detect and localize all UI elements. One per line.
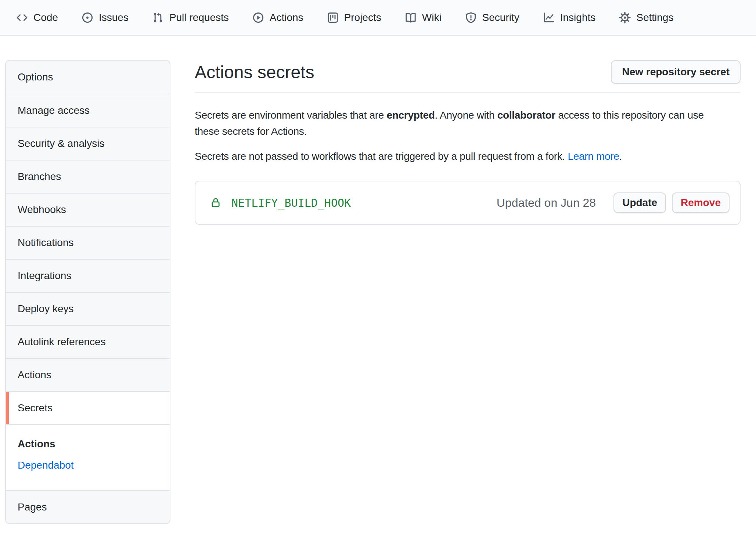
- shield-icon: [465, 12, 477, 24]
- sidebar-item-secrets[interactable]: Secrets: [6, 391, 170, 424]
- tab-projects[interactable]: Projects: [327, 12, 381, 24]
- tab-insights[interactable]: Insights: [543, 12, 596, 24]
- description-text: these secrets for Actions.: [195, 126, 307, 137]
- graph-icon: [543, 12, 555, 24]
- code-icon: [16, 12, 28, 24]
- sidebar-item-branches[interactable]: Branches: [6, 160, 170, 193]
- tab-security[interactable]: Security: [465, 12, 519, 24]
- subhead: Actions secrets New repository secret: [195, 60, 741, 93]
- new-repository-secret-button[interactable]: New repository secret: [611, 60, 741, 84]
- tab-label: Pull requests: [169, 12, 229, 24]
- fork-note-text: Secrets are not passed to workflows that…: [195, 151, 568, 162]
- description-text: access to this repository can use: [555, 109, 704, 121]
- git-pull-request-icon: [152, 12, 164, 24]
- fork-note-text: .: [619, 151, 622, 162]
- sidebar-item-autolink-references[interactable]: Autolink references: [6, 325, 170, 358]
- tab-label: Wiki: [422, 12, 442, 24]
- actions-secrets-pane: Actions secrets New repository secret Se…: [195, 60, 741, 225]
- sidebar-item-notifications[interactable]: Notifications: [6, 226, 170, 259]
- remove-secret-button[interactable]: Remove: [672, 192, 730, 213]
- description-text: Secrets are environment variables that a…: [195, 109, 386, 121]
- sidebar-item-pages[interactable]: Pages: [6, 490, 170, 523]
- learn-more-link[interactable]: Learn more: [568, 151, 619, 162]
- repo-tab-bar: Code Issues Pull requests Actions: [0, 0, 756, 36]
- update-secret-button[interactable]: Update: [613, 192, 666, 213]
- tab-issues[interactable]: Issues: [82, 12, 129, 24]
- sidebar-item-security-analysis[interactable]: Security & analysis: [6, 127, 170, 160]
- description-text: . Anyone with: [435, 109, 497, 121]
- sidebar-item-deploy-keys[interactable]: Deploy keys: [6, 292, 170, 325]
- sidebar-item-options[interactable]: Options: [6, 61, 170, 94]
- tab-label: Settings: [636, 12, 673, 24]
- secrets-subsection: Actions Dependabot: [6, 424, 170, 490]
- tab-label: Projects: [344, 12, 381, 24]
- sidebar-item-actions[interactable]: Actions: [6, 358, 170, 391]
- tab-label: Insights: [560, 12, 596, 24]
- tab-settings[interactable]: Settings: [619, 12, 673, 24]
- secret-row: NETLIFY_BUILD_HOOK Updated on Jun 28 Upd…: [195, 181, 740, 224]
- tab-label: Security: [482, 12, 519, 24]
- secrets-list: NETLIFY_BUILD_HOOK Updated on Jun 28 Upd…: [195, 181, 741, 225]
- tab-code[interactable]: Code: [16, 12, 58, 24]
- tab-label: Code: [33, 12, 58, 24]
- lock-icon: [210, 197, 221, 208]
- sidebar-item-manage-access[interactable]: Manage access: [6, 94, 170, 127]
- page-title: Actions secrets: [195, 62, 314, 82]
- issue-opened-icon: [82, 12, 93, 24]
- sidebar-item-webhooks[interactable]: Webhooks: [6, 193, 170, 226]
- tab-label: Issues: [99, 12, 129, 24]
- description-bold-encrypted: encrypted: [386, 109, 435, 121]
- sidebar-link-dependabot[interactable]: Dependabot: [18, 459, 74, 471]
- secret-name: NETLIFY_BUILD_HOOK: [231, 196, 351, 209]
- secrets-description: Secrets are environment variables that a…: [195, 107, 741, 140]
- project-icon: [327, 12, 339, 24]
- fork-note: Secrets are not passed to workflows that…: [195, 148, 741, 165]
- sidebar-item-integrations[interactable]: Integrations: [6, 259, 170, 292]
- tab-wiki[interactable]: Wiki: [405, 12, 442, 24]
- book-icon: [405, 12, 417, 24]
- gear-icon: [619, 12, 631, 24]
- description-bold-collaborator: collaborator: [497, 109, 555, 121]
- tab-label: Actions: [270, 12, 303, 24]
- play-icon: [252, 12, 264, 24]
- secret-updated-date: Updated on Jun 28: [497, 196, 596, 210]
- subsection-actions-label: Actions: [18, 438, 158, 450]
- settings-sidebar: Options Manage access Security & analysi…: [5, 60, 170, 524]
- tab-actions[interactable]: Actions: [252, 12, 303, 24]
- tab-pull-requests[interactable]: Pull requests: [152, 12, 229, 24]
